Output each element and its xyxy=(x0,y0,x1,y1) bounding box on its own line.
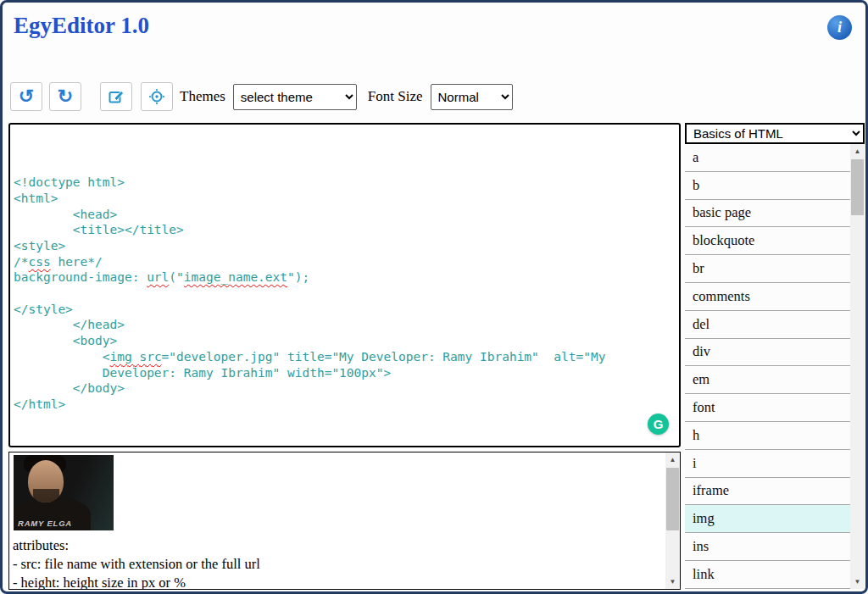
tag-list-item[interactable]: blockquote xyxy=(685,227,850,255)
tag-info-panel: RAMY ELGA attributes:- src: file name wi… xyxy=(8,452,681,590)
tag-list-item[interactable]: i xyxy=(685,450,850,478)
code-line: <body> xyxy=(14,333,679,349)
panel-scrollbar[interactable]: ▲ ▼ xyxy=(665,452,680,589)
tag-list-item[interactable]: iframe xyxy=(685,478,850,506)
toolbar: ↺ ↻ Themes select theme Font Size Normal xyxy=(10,81,513,112)
tag-sidebar: Basics of HTML abbasic pageblockquotebrc… xyxy=(685,123,865,589)
tag-list-item[interactable]: basic page xyxy=(685,200,850,228)
scroll-up-button[interactable]: ▲ xyxy=(665,452,680,467)
code-line: /*css here*/ xyxy=(14,254,679,270)
grammarly-icon: G xyxy=(654,417,664,431)
tag-list-item[interactable]: br xyxy=(685,255,850,283)
focus-target-icon xyxy=(148,88,165,105)
code-line: </html> xyxy=(14,397,679,413)
scroll-track[interactable] xyxy=(850,158,865,575)
tag-list: abbasic pageblockquotebrcommentsdeldivem… xyxy=(685,144,850,589)
code-line xyxy=(14,286,679,302)
code-line: <!doctype html> xyxy=(14,175,679,191)
photo-caption: RAMY ELGA xyxy=(18,519,72,528)
code-line: <style> xyxy=(14,238,679,254)
attributes-text: attributes:- src: file name with extensi… xyxy=(13,536,661,590)
tag-list-item[interactable]: div xyxy=(685,339,850,367)
tag-list-item[interactable]: comments xyxy=(685,283,850,311)
code-line: <html> xyxy=(14,191,679,207)
info-button[interactable]: i xyxy=(827,15,852,40)
code-line: </body> xyxy=(14,380,679,397)
font-size-label: Font Size xyxy=(368,88,423,105)
focus-button[interactable] xyxy=(141,82,173,111)
scroll-down-button[interactable]: ▼ xyxy=(665,575,680,589)
tag-list-item[interactable]: font xyxy=(685,394,850,422)
app-window: EgyEditor 1.0 i ↺ ↻ Themes select the xyxy=(0,0,868,594)
redo-button[interactable]: ↻ xyxy=(49,82,81,111)
redo-icon: ↻ xyxy=(58,87,73,106)
grammarly-button[interactable]: G xyxy=(648,414,669,435)
attribute-line: - height: height size in px or % xyxy=(13,574,661,590)
tag-list-item[interactable]: link xyxy=(685,561,850,589)
code-editor[interactable]: <!doctype html><html> <head> <title></ti… xyxy=(8,123,681,447)
code-line: </head> xyxy=(14,317,679,333)
tag-list-item[interactable]: a xyxy=(685,144,850,172)
code-line: Developer: Ramy Ibrahim" width="100px"> xyxy=(14,365,679,381)
attribute-line: - src: file name with extension or the f… xyxy=(13,555,661,574)
scroll-up-button[interactable]: ▲ xyxy=(850,144,865,158)
app-title: EgyEditor 1.0 xyxy=(14,13,149,39)
code-line: </style> xyxy=(14,302,679,318)
code-line: <title></title> xyxy=(14,222,679,238)
info-icon: i xyxy=(837,19,842,36)
code-line: <img src="developer.jpg" title="My Devel… xyxy=(14,349,679,365)
code-line: <head> xyxy=(14,207,679,223)
tag-list-item[interactable]: h xyxy=(685,422,850,450)
scroll-track[interactable] xyxy=(665,467,680,575)
tag-list-item[interactable]: ins xyxy=(685,533,850,561)
edit-pencil-icon xyxy=(108,88,125,105)
tag-list-item[interactable]: b xyxy=(685,172,850,200)
tag-list-item[interactable]: img xyxy=(685,505,850,533)
sidebar-scrollbar[interactable]: ▲ ▼ xyxy=(850,144,865,589)
theme-select[interactable]: select theme xyxy=(233,84,357,110)
attribute-line: attributes: xyxy=(13,536,661,555)
code-content: <!doctype html><html> <head> <title></ti… xyxy=(14,127,679,413)
scroll-thumb[interactable] xyxy=(666,468,679,530)
category-select[interactable]: Basics of HTML xyxy=(685,123,865,144)
tag-list-item[interactable]: em xyxy=(685,366,850,394)
scroll-thumb[interactable] xyxy=(851,159,864,215)
edit-button[interactable] xyxy=(100,82,132,111)
undo-icon: ↺ xyxy=(19,87,34,106)
themes-label: Themes xyxy=(180,88,225,105)
developer-photo: RAMY ELGA xyxy=(14,455,114,530)
code-line: background-image: url("image_name.ext"); xyxy=(14,269,679,286)
tag-list-item[interactable]: del xyxy=(685,311,850,339)
scroll-down-button[interactable]: ▼ xyxy=(850,575,865,589)
undo-button[interactable]: ↺ xyxy=(10,82,42,111)
font-size-select[interactable]: Normal xyxy=(431,84,513,110)
